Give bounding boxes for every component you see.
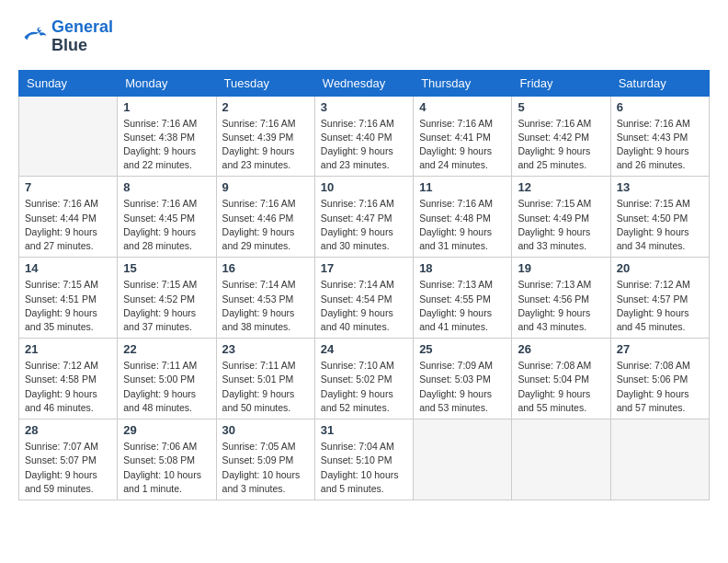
logo-bird-icon bbox=[18, 24, 48, 50]
day-cell bbox=[19, 96, 118, 177]
day-info: Sunrise: 7:16 AM Sunset: 4:42 PM Dayligh… bbox=[518, 117, 604, 173]
day-info: Sunrise: 7:15 AM Sunset: 4:52 PM Dayligh… bbox=[123, 278, 210, 334]
day-cell: 3Sunrise: 7:16 AM Sunset: 4:40 PM Daylig… bbox=[314, 96, 413, 177]
day-cell: 16Sunrise: 7:14 AM Sunset: 4:53 PM Dayli… bbox=[216, 258, 314, 339]
logo-text: General Blue bbox=[51, 18, 113, 55]
day-number: 23 bbox=[222, 342, 309, 356]
day-number: 31 bbox=[321, 423, 407, 437]
day-info: Sunrise: 7:12 AM Sunset: 4:57 PM Dayligh… bbox=[617, 278, 703, 334]
day-number: 2 bbox=[222, 100, 309, 114]
day-cell bbox=[610, 419, 709, 500]
weekday-header-friday: Friday bbox=[512, 70, 610, 96]
day-info: Sunrise: 7:13 AM Sunset: 4:56 PM Dayligh… bbox=[518, 278, 604, 334]
day-number: 20 bbox=[617, 261, 703, 275]
day-cell: 26Sunrise: 7:08 AM Sunset: 5:04 PM Dayli… bbox=[512, 339, 610, 419]
weekday-header-saturday: Saturday bbox=[610, 70, 709, 96]
day-info: Sunrise: 7:13 AM Sunset: 4:55 PM Dayligh… bbox=[419, 278, 506, 334]
day-cell: 1Sunrise: 7:16 AM Sunset: 4:38 PM Daylig… bbox=[118, 96, 216, 177]
day-cell: 5Sunrise: 7:16 AM Sunset: 4:42 PM Daylig… bbox=[512, 96, 610, 177]
day-cell: 18Sunrise: 7:13 AM Sunset: 4:55 PM Dayli… bbox=[414, 258, 512, 339]
day-cell: 29Sunrise: 7:06 AM Sunset: 5:08 PM Dayli… bbox=[118, 419, 216, 500]
day-cell: 23Sunrise: 7:11 AM Sunset: 5:01 PM Dayli… bbox=[216, 339, 314, 419]
day-number: 28 bbox=[25, 423, 111, 437]
day-info: Sunrise: 7:11 AM Sunset: 5:01 PM Dayligh… bbox=[222, 359, 309, 415]
logo: General Blue bbox=[18, 18, 113, 55]
week-row-5: 28Sunrise: 7:07 AM Sunset: 5:07 PM Dayli… bbox=[19, 419, 710, 500]
week-row-2: 7Sunrise: 7:16 AM Sunset: 4:44 PM Daylig… bbox=[19, 177, 710, 258]
day-cell: 2Sunrise: 7:16 AM Sunset: 4:39 PM Daylig… bbox=[216, 96, 314, 177]
day-cell: 24Sunrise: 7:10 AM Sunset: 5:02 PM Dayli… bbox=[314, 339, 413, 419]
day-cell: 13Sunrise: 7:15 AM Sunset: 4:50 PM Dayli… bbox=[610, 177, 709, 258]
day-cell: 12Sunrise: 7:15 AM Sunset: 4:49 PM Dayli… bbox=[512, 177, 610, 258]
day-number: 21 bbox=[25, 342, 111, 356]
day-number: 15 bbox=[123, 261, 210, 275]
day-number: 3 bbox=[321, 100, 407, 114]
day-number: 5 bbox=[518, 100, 604, 114]
day-cell: 15Sunrise: 7:15 AM Sunset: 4:52 PM Dayli… bbox=[118, 258, 216, 339]
day-info: Sunrise: 7:14 AM Sunset: 4:53 PM Dayligh… bbox=[222, 278, 309, 334]
week-row-3: 14Sunrise: 7:15 AM Sunset: 4:51 PM Dayli… bbox=[19, 258, 710, 339]
day-cell: 9Sunrise: 7:16 AM Sunset: 4:46 PM Daylig… bbox=[216, 177, 314, 258]
day-cell: 6Sunrise: 7:16 AM Sunset: 4:43 PM Daylig… bbox=[610, 96, 709, 177]
day-info: Sunrise: 7:16 AM Sunset: 4:41 PM Dayligh… bbox=[419, 117, 506, 173]
day-info: Sunrise: 7:11 AM Sunset: 5:00 PM Dayligh… bbox=[123, 359, 210, 415]
day-cell: 14Sunrise: 7:15 AM Sunset: 4:51 PM Dayli… bbox=[19, 258, 118, 339]
day-cell bbox=[512, 419, 610, 500]
weekday-header-sunday: Sunday bbox=[19, 70, 118, 96]
day-cell: 11Sunrise: 7:16 AM Sunset: 4:48 PM Dayli… bbox=[414, 177, 512, 258]
day-number: 8 bbox=[123, 180, 210, 194]
day-number: 19 bbox=[518, 261, 604, 275]
weekday-header-row: SundayMondayTuesdayWednesdayThursdayFrid… bbox=[19, 70, 710, 96]
day-number: 9 bbox=[222, 180, 309, 194]
day-number: 22 bbox=[123, 342, 210, 356]
day-cell: 4Sunrise: 7:16 AM Sunset: 4:41 PM Daylig… bbox=[414, 96, 512, 177]
day-info: Sunrise: 7:14 AM Sunset: 4:54 PM Dayligh… bbox=[321, 278, 407, 334]
day-info: Sunrise: 7:15 AM Sunset: 4:49 PM Dayligh… bbox=[518, 197, 604, 253]
day-number: 10 bbox=[321, 180, 407, 194]
day-number: 12 bbox=[518, 180, 604, 194]
day-number: 18 bbox=[419, 261, 506, 275]
day-number: 11 bbox=[419, 180, 506, 194]
day-info: Sunrise: 7:16 AM Sunset: 4:39 PM Dayligh… bbox=[222, 117, 309, 173]
day-info: Sunrise: 7:16 AM Sunset: 4:45 PM Dayligh… bbox=[123, 197, 210, 253]
weekday-header-monday: Monday bbox=[118, 70, 216, 96]
day-cell: 27Sunrise: 7:08 AM Sunset: 5:06 PM Dayli… bbox=[610, 339, 709, 419]
day-cell: 30Sunrise: 7:05 AM Sunset: 5:09 PM Dayli… bbox=[216, 419, 314, 500]
day-info: Sunrise: 7:16 AM Sunset: 4:40 PM Dayligh… bbox=[321, 117, 407, 173]
day-info: Sunrise: 7:16 AM Sunset: 4:38 PM Dayligh… bbox=[123, 117, 210, 173]
day-number: 14 bbox=[25, 261, 111, 275]
day-cell: 28Sunrise: 7:07 AM Sunset: 5:07 PM Dayli… bbox=[19, 419, 118, 500]
day-info: Sunrise: 7:16 AM Sunset: 4:47 PM Dayligh… bbox=[321, 197, 407, 253]
day-info: Sunrise: 7:04 AM Sunset: 5:10 PM Dayligh… bbox=[321, 440, 407, 496]
day-info: Sunrise: 7:10 AM Sunset: 5:02 PM Dayligh… bbox=[321, 359, 407, 415]
day-cell: 17Sunrise: 7:14 AM Sunset: 4:54 PM Dayli… bbox=[314, 258, 413, 339]
day-number: 7 bbox=[25, 180, 111, 194]
day-number: 17 bbox=[321, 261, 407, 275]
day-cell: 20Sunrise: 7:12 AM Sunset: 4:57 PM Dayli… bbox=[610, 258, 709, 339]
day-cell: 25Sunrise: 7:09 AM Sunset: 5:03 PM Dayli… bbox=[414, 339, 512, 419]
day-number: 6 bbox=[617, 100, 703, 114]
week-row-4: 21Sunrise: 7:12 AM Sunset: 4:58 PM Dayli… bbox=[19, 339, 710, 419]
day-number: 1 bbox=[123, 100, 210, 114]
day-number: 27 bbox=[617, 342, 703, 356]
day-cell: 21Sunrise: 7:12 AM Sunset: 4:58 PM Dayli… bbox=[19, 339, 118, 419]
day-info: Sunrise: 7:16 AM Sunset: 4:48 PM Dayligh… bbox=[419, 197, 506, 253]
day-cell: 8Sunrise: 7:16 AM Sunset: 4:45 PM Daylig… bbox=[118, 177, 216, 258]
day-cell: 19Sunrise: 7:13 AM Sunset: 4:56 PM Dayli… bbox=[512, 258, 610, 339]
day-cell: 7Sunrise: 7:16 AM Sunset: 4:44 PM Daylig… bbox=[19, 177, 118, 258]
page-header: General Blue bbox=[18, 18, 710, 55]
day-info: Sunrise: 7:09 AM Sunset: 5:03 PM Dayligh… bbox=[419, 359, 506, 415]
day-info: Sunrise: 7:05 AM Sunset: 5:09 PM Dayligh… bbox=[222, 440, 309, 496]
day-info: Sunrise: 7:08 AM Sunset: 5:04 PM Dayligh… bbox=[518, 359, 604, 415]
calendar-table: SundayMondayTuesdayWednesdayThursdayFrid… bbox=[18, 70, 710, 500]
day-number: 4 bbox=[419, 100, 506, 114]
day-number: 13 bbox=[617, 180, 703, 194]
day-number: 26 bbox=[518, 342, 604, 356]
day-info: Sunrise: 7:12 AM Sunset: 4:58 PM Dayligh… bbox=[25, 359, 111, 415]
day-number: 30 bbox=[222, 423, 309, 437]
weekday-header-thursday: Thursday bbox=[414, 70, 512, 96]
day-number: 29 bbox=[123, 423, 210, 437]
day-number: 16 bbox=[222, 261, 309, 275]
day-cell: 10Sunrise: 7:16 AM Sunset: 4:47 PM Dayli… bbox=[314, 177, 413, 258]
day-number: 25 bbox=[419, 342, 506, 356]
